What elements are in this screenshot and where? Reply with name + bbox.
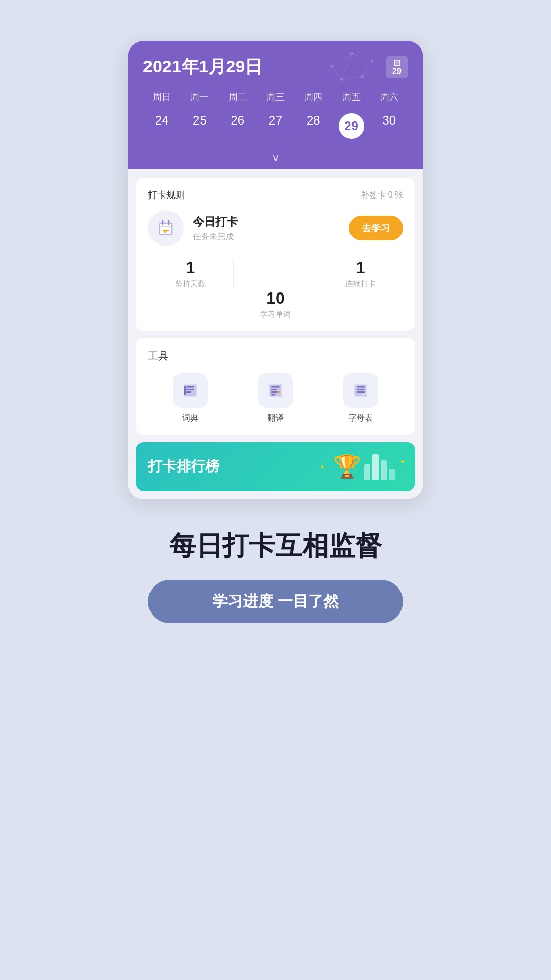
translate-label: 翻译 bbox=[267, 413, 284, 424]
tool-translate[interactable]: 翻译 bbox=[258, 373, 293, 424]
translate-icon-wrap bbox=[258, 373, 293, 408]
date-29-active[interactable]: 29 bbox=[332, 108, 370, 144]
date-25[interactable]: 25 bbox=[181, 108, 218, 144]
dict-icon-wrap bbox=[173, 373, 208, 408]
stat-num-0: 1 bbox=[186, 258, 195, 277]
translate-icon bbox=[267, 382, 284, 399]
tools-row: 词典 翻译 bbox=[148, 373, 403, 424]
svg-rect-27 bbox=[271, 386, 280, 388]
dict-icon bbox=[182, 382, 199, 399]
checkin-subtitle: 任务未完成 bbox=[193, 232, 340, 242]
checkin-row: 今日打卡 任务未完成 去学习 bbox=[148, 210, 403, 246]
svg-line-9 bbox=[332, 66, 342, 79]
svg-line-5 bbox=[332, 54, 352, 66]
stat-words: 10 学习单词 bbox=[233, 289, 318, 320]
svg-rect-28 bbox=[271, 389, 277, 390]
checkin-title: 今日打卡 bbox=[193, 214, 340, 230]
chevron-down[interactable]: ∨ bbox=[143, 148, 408, 169]
tools-card: 工具 词典 bbox=[136, 338, 415, 435]
alphabet-icon-wrap: A bbox=[343, 373, 378, 408]
svg-rect-23 bbox=[186, 391, 191, 393]
dict-label: 词典 bbox=[182, 413, 198, 424]
phone-card: 2021年1月29日 ⊞ 29 周日 周一 周二 周三 周四 bbox=[128, 41, 423, 499]
weekday-5: 周五 bbox=[332, 89, 370, 105]
leaderboard-text: 打卡排行榜 bbox=[148, 457, 219, 476]
calendar-title: 2021年1月29日 bbox=[143, 55, 262, 79]
calendar-icon-button[interactable]: ⊞ 29 bbox=[386, 56, 408, 78]
svg-line-6 bbox=[352, 54, 372, 61]
supplement-card-label: 补签卡 0 张 bbox=[361, 190, 403, 201]
trophy-icon: 🏆 bbox=[333, 453, 361, 480]
date-30[interactable]: 30 bbox=[370, 108, 408, 144]
svg-text:A: A bbox=[364, 393, 366, 396]
stats-divider-1 bbox=[233, 258, 234, 289]
date-row: 24 25 26 27 28 29 30 bbox=[143, 108, 408, 148]
tool-alphabet[interactable]: A 字母表 bbox=[343, 373, 378, 424]
stat-num-2: 10 bbox=[266, 289, 285, 308]
svg-line-7 bbox=[362, 61, 372, 77]
bottom-section: 每日打卡互相监督 学习进度 一目了然 bbox=[0, 499, 551, 649]
stats-row: 1 坚持天数 1 连续打卡 10 学习单词 bbox=[148, 258, 403, 320]
checkin-icon bbox=[156, 218, 176, 238]
stat-label-1: 连续打卡 bbox=[345, 279, 376, 289]
weekday-2: 周二 bbox=[219, 89, 257, 105]
tools-title: 工具 bbox=[148, 349, 403, 363]
stats-divider-2 bbox=[148, 289, 148, 320]
stat-label-0: 坚持天数 bbox=[175, 279, 206, 289]
date-28[interactable]: 28 bbox=[294, 108, 332, 144]
leaderboard-deco: ✦ 🏆 ✦ bbox=[325, 453, 403, 480]
svg-line-8 bbox=[342, 77, 362, 79]
svg-rect-34 bbox=[357, 386, 365, 388]
checkin-icon-wrap bbox=[148, 210, 184, 246]
svg-rect-21 bbox=[186, 386, 194, 388]
stat-label-2: 学习单词 bbox=[260, 310, 291, 320]
svg-rect-30 bbox=[271, 394, 276, 396]
date-24[interactable]: 24 bbox=[143, 108, 181, 144]
leaderboard-banner[interactable]: 打卡排行榜 ✦ 🏆 ✦ bbox=[136, 442, 415, 491]
tool-dict[interactable]: 词典 bbox=[173, 373, 208, 424]
weekday-6: 周六 bbox=[370, 89, 408, 105]
svg-rect-24 bbox=[184, 386, 186, 395]
cta-button[interactable]: 学习进度 一目了然 bbox=[148, 580, 403, 623]
weekday-1: 周一 bbox=[181, 89, 218, 105]
weekday-row: 周日 周一 周二 周三 周四 周五 周六 bbox=[143, 89, 408, 105]
stat-consecutive: 1 连续打卡 bbox=[318, 258, 403, 289]
svg-line-10 bbox=[342, 54, 352, 79]
checkin-info: 今日打卡 任务未完成 bbox=[193, 214, 340, 242]
checkin-rules-label: 打卡规则 bbox=[148, 189, 185, 201]
network-decoration bbox=[321, 46, 383, 87]
stat-persist-days: 1 坚持天数 bbox=[148, 258, 233, 289]
cards-section: 打卡规则 补签卡 0 张 今 bbox=[128, 169, 423, 499]
go-study-button[interactable]: 去学习 bbox=[349, 216, 403, 240]
stat-num-1: 1 bbox=[356, 258, 365, 277]
weekday-4: 周四 bbox=[294, 89, 332, 105]
alphabet-label: 字母表 bbox=[348, 413, 373, 424]
weekday-3: 周三 bbox=[257, 89, 294, 105]
calendar-header: 2021年1月29日 ⊞ 29 周日 周一 周二 周三 周四 bbox=[128, 41, 423, 169]
svg-rect-31 bbox=[277, 391, 280, 393]
weekday-0: 周日 bbox=[143, 89, 181, 105]
alphabet-icon: A bbox=[352, 382, 369, 399]
svg-rect-35 bbox=[357, 389, 365, 390]
main-tagline: 每日打卡互相监督 bbox=[41, 530, 510, 561]
checkin-card: 打卡规则 补签卡 0 张 今 bbox=[136, 178, 415, 331]
date-27[interactable]: 27 bbox=[257, 108, 294, 144]
chart-bars bbox=[364, 454, 395, 480]
svg-rect-22 bbox=[186, 389, 194, 390]
date-26[interactable]: 26 bbox=[219, 108, 257, 144]
